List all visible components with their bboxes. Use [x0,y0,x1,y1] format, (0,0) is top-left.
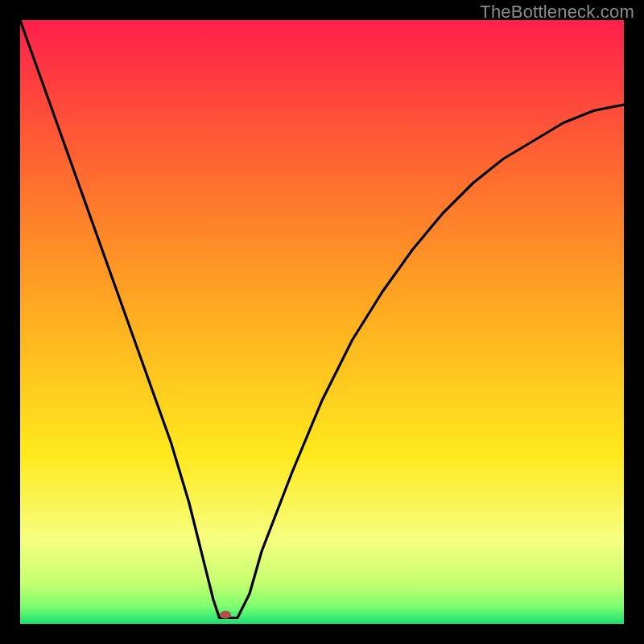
plot-background [20,20,624,624]
bottleneck-chart [0,0,644,644]
chart-container: TheBottleneck.com [0,0,644,644]
watermark-label: TheBottleneck.com [480,2,634,23]
optimum-marker [220,611,231,619]
